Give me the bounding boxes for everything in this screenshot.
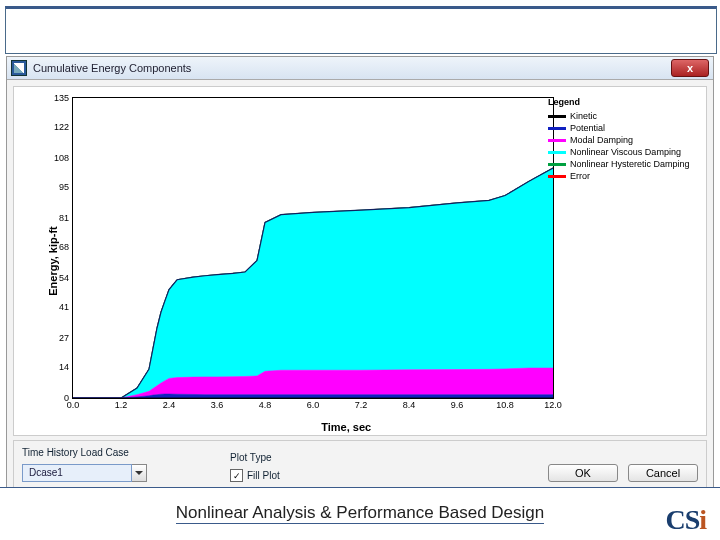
fill-plot-checkbox[interactable]: ✓ Fill Plot bbox=[230, 469, 380, 482]
legend-label: Error bbox=[570, 171, 590, 181]
legend-swatch bbox=[548, 127, 566, 130]
legend-label: Kinetic bbox=[570, 111, 597, 121]
y-tick: 14 bbox=[59, 362, 73, 372]
window-title: Cumulative Energy Components bbox=[33, 62, 191, 74]
legend-swatch bbox=[548, 163, 566, 166]
y-tick: 135 bbox=[54, 93, 73, 103]
legend-item: Nonlinear Hysteretic Damping bbox=[548, 159, 698, 169]
x-tick: 6.0 bbox=[307, 398, 320, 410]
x-tick: 2.4 bbox=[163, 398, 176, 410]
y-axis-label: Energy, kip-ft bbox=[47, 226, 59, 295]
legend-item: Error bbox=[548, 171, 698, 181]
y-tick: 68 bbox=[59, 242, 73, 252]
chevron-down-icon bbox=[132, 464, 147, 482]
plot-type-label: Plot Type bbox=[230, 452, 380, 463]
cancel-button[interactable]: Cancel bbox=[628, 464, 698, 482]
x-tick: 3.6 bbox=[211, 398, 224, 410]
ok-button[interactable]: OK bbox=[548, 464, 618, 482]
legend-swatch bbox=[548, 151, 566, 154]
titlebar: Cumulative Energy Components x bbox=[7, 57, 713, 80]
x-tick: 9.6 bbox=[451, 398, 464, 410]
load-case-label: Time History Load Case bbox=[22, 447, 222, 458]
y-tick: 41 bbox=[59, 302, 73, 312]
y-tick: 95 bbox=[59, 182, 73, 192]
y-tick: 108 bbox=[54, 153, 73, 163]
plot-panel: Energy, kip-ft Time, sec 014274154688195… bbox=[13, 86, 707, 436]
legend-item: Kinetic bbox=[548, 111, 698, 121]
app-icon bbox=[11, 60, 27, 76]
y-tick: 81 bbox=[59, 213, 73, 223]
controls-panel: Time History Load Case Dcase1 Plot Type … bbox=[13, 440, 707, 491]
legend-item: Potential bbox=[548, 123, 698, 133]
footer: Nonlinear Analysis & Performance Based D… bbox=[0, 487, 720, 540]
csi-logo: CSi bbox=[665, 506, 706, 534]
x-tick: 10.8 bbox=[496, 398, 514, 410]
legend-swatch bbox=[548, 115, 566, 118]
x-tick: 12.0 bbox=[544, 398, 562, 410]
close-icon: x bbox=[687, 62, 693, 74]
legend-label: Nonlinear Hysteretic Damping bbox=[570, 159, 690, 169]
legend-swatch bbox=[548, 175, 566, 178]
x-tick: 8.4 bbox=[403, 398, 416, 410]
x-tick: 1.2 bbox=[115, 398, 128, 410]
x-tick: 4.8 bbox=[259, 398, 272, 410]
legend-swatch bbox=[548, 139, 566, 142]
legend-label: Potential bbox=[570, 123, 605, 133]
y-tick: 27 bbox=[59, 333, 73, 343]
load-case-select[interactable]: Dcase1 bbox=[22, 464, 222, 482]
y-tick: 54 bbox=[59, 273, 73, 283]
legend-item: Modal Damping bbox=[548, 135, 698, 145]
series-nonlinear-viscous-damping bbox=[73, 168, 553, 398]
legend-label: Modal Damping bbox=[570, 135, 633, 145]
x-tick: 0.0 bbox=[67, 398, 80, 410]
fill-plot-label: Fill Plot bbox=[247, 470, 280, 481]
legend-item: Nonlinear Viscous Damping bbox=[548, 147, 698, 157]
load-case-value: Dcase1 bbox=[22, 464, 132, 482]
checkbox-mark: ✓ bbox=[230, 469, 243, 482]
stacked-area-plot bbox=[73, 98, 553, 398]
y-tick: 122 bbox=[54, 122, 73, 132]
legend: Legend KineticPotentialModal DampingNonl… bbox=[548, 97, 698, 183]
slide-top-bar bbox=[5, 6, 717, 54]
legend-header: Legend bbox=[548, 97, 698, 107]
legend-label: Nonlinear Viscous Damping bbox=[570, 147, 681, 157]
footer-caption: Nonlinear Analysis & Performance Based D… bbox=[176, 504, 545, 524]
dialog-window: Cumulative Energy Components x Energy, k… bbox=[6, 56, 714, 498]
close-button[interactable]: x bbox=[671, 59, 709, 77]
x-tick: 7.2 bbox=[355, 398, 368, 410]
x-axis-label: Time, sec bbox=[321, 421, 371, 433]
chart-canvas: 0142741546881951081221350.01.22.43.64.86… bbox=[72, 97, 554, 399]
